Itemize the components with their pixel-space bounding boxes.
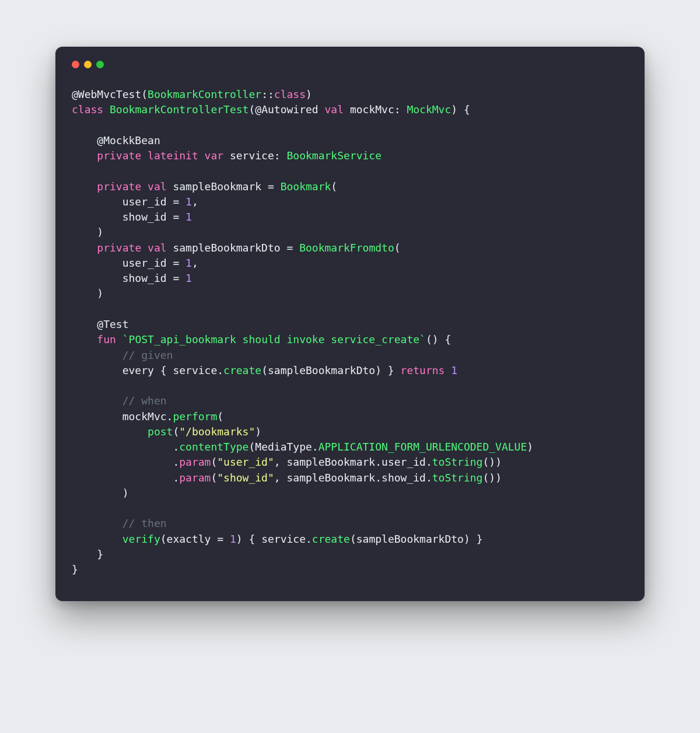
code-token: (MediaType. — [249, 441, 318, 453]
code-token: fun — [97, 333, 122, 345]
code-token: class — [274, 88, 306, 100]
code-token: = — [173, 211, 186, 223]
code-token: MockMvc — [407, 103, 451, 116]
code-token: private val — [97, 242, 173, 254]
code-token: ( — [217, 410, 223, 423]
code-window: @WebMvcTest(BookmarkController::class) c… — [55, 47, 645, 601]
code-token: @Test — [72, 318, 129, 330]
code-token — [72, 349, 123, 361]
code-token — [72, 395, 123, 407]
code-token: . — [72, 441, 179, 453]
code-token: ) { — [451, 103, 470, 116]
code-token: @Autowired — [255, 103, 324, 116]
code-token: every { service. — [72, 364, 223, 376]
code-token: show_id — [72, 211, 173, 223]
code-token: APPLICATION_FORM_URLENCODED_VALUE — [318, 441, 527, 453]
code-token: 1 — [186, 272, 192, 284]
code-token: ) — [255, 425, 261, 438]
code-token: sampleBookmarkDto — [173, 242, 286, 254]
code-token: post — [148, 425, 173, 438]
code-token: = — [286, 242, 299, 254]
code-token: "user_id" — [217, 456, 274, 468]
code-token: BookmarkFromdto — [299, 242, 394, 254]
code-token: ) — [72, 226, 103, 238]
code-token: 1 — [186, 196, 192, 208]
code-token: ) — [72, 287, 103, 299]
code-token: `POST_api_bookmark should invoke service… — [123, 333, 426, 345]
code-token: = — [173, 257, 186, 269]
code-token: sampleBookmark — [173, 180, 268, 193]
code-token: class — [72, 103, 110, 116]
code-token: ) — [72, 487, 129, 499]
code-token: () { — [426, 333, 451, 345]
code-token: contentType — [179, 441, 249, 453]
code-token: (sampleBookmarkDto) } — [261, 364, 400, 376]
code-token: user_id — [72, 196, 173, 208]
code-token: BookmarkController — [148, 88, 261, 100]
code-token: } — [72, 548, 103, 560]
code-token: ( — [141, 88, 148, 100]
window-traffic-lights — [72, 58, 628, 87]
code-token — [72, 242, 97, 254]
code-token: . — [72, 456, 179, 468]
code-token: service — [230, 149, 274, 162]
code-token: : — [394, 103, 407, 116]
code-token: ( — [249, 103, 255, 116]
code-token: verify — [123, 533, 160, 545]
code-token: ( — [173, 425, 179, 438]
close-icon[interactable] — [72, 61, 79, 68]
code-token — [72, 333, 97, 345]
code-token: create — [312, 533, 350, 545]
code-token: param — [179, 472, 211, 484]
code-token — [72, 517, 123, 529]
code-token: (exactly — [160, 533, 218, 545]
code-token: toString — [432, 456, 483, 468]
code-token: perform — [173, 410, 217, 423]
code-token — [72, 180, 97, 193]
code-token: toString — [432, 472, 483, 484]
code-token: ( — [211, 472, 217, 484]
code-token: // then — [123, 517, 167, 529]
code-token: BookmarkControllerTest — [110, 103, 249, 116]
code-token: = — [217, 533, 230, 545]
code-token: create — [223, 364, 261, 376]
code-token: 1 — [186, 211, 192, 223]
zoom-icon[interactable] — [96, 61, 104, 68]
code-token — [72, 149, 97, 162]
code-token: BookmarkService — [286, 149, 382, 162]
code-token: . — [72, 472, 179, 484]
code-token: = — [173, 272, 186, 284]
code-token: , sampleBookmark.show_id. — [274, 472, 432, 484]
code-token: ()) — [482, 472, 502, 484]
code-token: "/bookmarks" — [179, 425, 255, 438]
code-token: , — [192, 196, 198, 208]
code-token: // given — [123, 349, 173, 361]
code-token: // when — [123, 395, 167, 407]
code-block: @WebMvcTest(BookmarkController::class) c… — [72, 87, 628, 578]
code-token: 1 — [230, 533, 236, 545]
code-token: Bookmark — [281, 180, 331, 193]
code-token: ()) — [482, 456, 502, 468]
code-token: : — [274, 149, 287, 162]
code-token: = — [268, 180, 281, 193]
code-token: ) — [527, 441, 533, 453]
code-token: @WebMvcTest — [72, 88, 141, 100]
code-token: ( — [211, 456, 217, 468]
code-token: (sampleBookmarkDto) } — [350, 533, 483, 545]
code-token — [72, 533, 123, 545]
code-token: 1 — [451, 364, 457, 376]
code-token: } — [72, 563, 78, 575]
code-token: ( — [394, 242, 401, 254]
code-token: = — [173, 196, 186, 208]
code-token: mockMvc. — [72, 410, 173, 423]
code-token: user_id — [72, 257, 173, 269]
code-token: ) — [306, 88, 312, 100]
code-token: , sampleBookmark.user_id. — [274, 456, 432, 468]
code-token: private lateinit var — [97, 149, 230, 162]
minimize-icon[interactable] — [84, 61, 92, 68]
code-token: "show_id" — [217, 472, 274, 484]
code-token: val — [325, 103, 350, 116]
code-token: , — [192, 257, 198, 269]
code-token: private val — [97, 180, 173, 193]
code-token: @MockkBean — [72, 134, 160, 146]
